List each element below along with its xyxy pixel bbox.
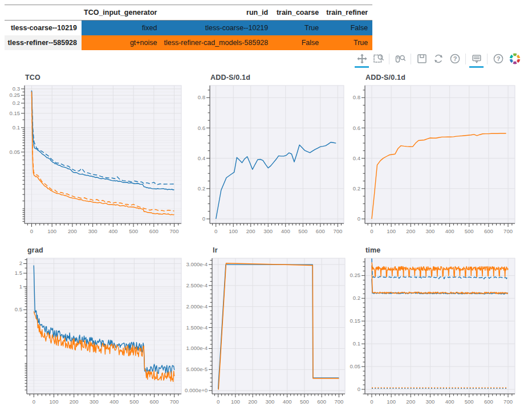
svg-text:0.25: 0.25 — [350, 272, 361, 278]
cell-run-id: tless-refiner-cad_models-585928 — [162, 35, 273, 50]
box-zoom-icon — [373, 53, 384, 64]
svg-text:300: 300 — [265, 398, 274, 405]
table-header-row: TCO_input_generator run_id train_coarse … — [5, 5, 372, 21]
svg-text:100: 100 — [387, 228, 396, 234]
svg-text:100: 100 — [229, 228, 238, 234]
svg-text:1.000e-4: 1.000e-4 — [186, 345, 208, 351]
row-index-label: tless-refiner--585928 — [5, 35, 82, 50]
time-plot-canvas[interactable]: 010020030040050060070000.050.10.150.20.2… — [344, 243, 532, 411]
svg-text:3.000e-4: 3.000e-4 — [186, 261, 208, 267]
svg-text:200: 200 — [406, 398, 415, 405]
svg-text:700: 700 — [503, 398, 513, 405]
pan-icon — [356, 53, 368, 64]
cell-input-generator: gt+noise — [82, 35, 162, 50]
help-2-tool-button[interactable]: ? — [490, 51, 506, 67]
toolbar-separator — [411, 54, 411, 64]
col-header-run-id: run_id — [162, 5, 273, 21]
box-zoom-tool-button[interactable] — [371, 51, 386, 67]
svg-text:200: 200 — [70, 398, 79, 405]
svg-text:0.4: 0.4 — [353, 155, 360, 161]
chart-grad: grad 010020030040050060070021.510.5 — [5, 243, 186, 411]
cell-train-coarse: True — [273, 21, 323, 36]
col-header-train-coarse: train_coarse — [273, 5, 323, 21]
svg-text:300: 300 — [90, 398, 99, 405]
svg-text:300: 300 — [425, 228, 434, 234]
svg-text:0.000e+0: 0.000e+0 — [185, 387, 208, 393]
table-row-coarse: tless-coarse--10219 fixed tless-coarse--… — [5, 21, 372, 36]
svg-text:2.000e-4: 2.000e-4 — [186, 303, 208, 310]
cell-input-generator: fixed — [82, 21, 162, 36]
lr-plot-canvas[interactable]: 01002003004005006007000.000e+05.000e-51.… — [182, 243, 361, 411]
svg-text:0: 0 — [30, 228, 33, 234]
svg-text:0.25: 0.25 — [10, 92, 21, 98]
svg-text:700: 700 — [503, 228, 513, 234]
svg-text:2: 2 — [19, 260, 22, 266]
toolbar-separator — [389, 54, 389, 64]
svg-text:?: ? — [496, 55, 500, 62]
index-header-cell — [5, 5, 82, 21]
svg-text:0.8: 0.8 — [353, 94, 360, 100]
svg-text:700: 700 — [333, 228, 342, 234]
svg-text:700: 700 — [334, 398, 343, 405]
svg-text:0: 0 — [202, 215, 205, 222]
svg-text:0.15: 0.15 — [350, 318, 361, 324]
svg-text:0.3: 0.3 — [13, 86, 20, 92]
bokeh-logo — [509, 52, 521, 65]
help-icon: ? — [493, 53, 504, 64]
help-tool-button[interactable]: ? — [447, 51, 462, 67]
hover-icon — [471, 53, 482, 64]
svg-text:700: 700 — [170, 398, 179, 405]
svg-text:0: 0 — [358, 215, 360, 222]
cell-run-id: tless-coarse--10219 — [162, 21, 273, 36]
help-icon: ? — [449, 53, 461, 64]
svg-text:1: 1 — [19, 283, 22, 290]
svg-text:500: 500 — [465, 398, 474, 405]
svg-text:0: 0 — [214, 228, 217, 234]
svg-text:0.1: 0.1 — [353, 340, 360, 347]
svg-text:1.5: 1.5 — [15, 270, 22, 276]
svg-text:400: 400 — [109, 398, 119, 405]
svg-text:300: 300 — [425, 398, 434, 405]
pan-tool-button[interactable] — [354, 51, 369, 67]
svg-text:500: 500 — [129, 398, 139, 405]
svg-text:600: 600 — [149, 228, 159, 234]
chart-lr: lr 01002003004005006007000.000e+05.000e-… — [182, 243, 361, 411]
svg-text:400: 400 — [445, 228, 454, 234]
svg-text:500: 500 — [300, 398, 309, 405]
chart-adds-refiner: ADD-S/0.1d 010020030040050060070000.20.4… — [344, 70, 532, 241]
svg-text:100: 100 — [231, 398, 240, 405]
svg-text:600: 600 — [317, 398, 326, 405]
svg-text:0.05: 0.05 — [350, 363, 361, 369]
svg-text:0.05: 0.05 — [10, 149, 21, 155]
svg-text:0: 0 — [370, 228, 373, 234]
svg-text:600: 600 — [150, 398, 159, 405]
svg-text:?: ? — [453, 55, 457, 62]
wheel-zoom-tool-button[interactable] — [392, 51, 408, 67]
cell-train-coarse: False — [273, 35, 323, 50]
svg-text:2.500e-4: 2.500e-4 — [186, 282, 208, 288]
svg-text:300: 300 — [88, 228, 98, 234]
reset-tool-button[interactable] — [431, 51, 446, 67]
svg-text:0.5: 0.5 — [15, 306, 22, 312]
bokeh-logo-button[interactable] — [507, 51, 522, 67]
svg-text:600: 600 — [316, 228, 325, 234]
svg-text:500: 500 — [298, 228, 307, 234]
svg-text:0.1: 0.1 — [13, 124, 20, 131]
hover-tool-button[interactable] — [469, 51, 484, 67]
adds-coarse-plot-canvas[interactable]: 010020030040050060070000.20.40.60.8 — [182, 70, 361, 241]
grad-plot-canvas[interactable]: 010020030040050060070021.510.5 — [5, 243, 186, 411]
svg-text:0: 0 — [33, 398, 35, 405]
svg-text:100: 100 — [387, 398, 396, 405]
svg-text:0.6: 0.6 — [353, 125, 360, 131]
chart-tco: TCO 01002003004005006007000.30.250.20.15… — [5, 70, 186, 241]
run-summary-table: TCO_input_generator run_id train_coarse … — [5, 5, 372, 50]
save-icon — [416, 53, 428, 64]
svg-text:0.2: 0.2 — [198, 185, 205, 192]
reset-icon — [433, 53, 444, 64]
chart-time: time 010020030040050060070000.050.10.150… — [344, 243, 532, 411]
adds-refiner-plot-canvas[interactable]: 010020030040050060070000.20.40.60.8 — [344, 70, 532, 241]
svg-text:0.6: 0.6 — [198, 125, 205, 131]
tco-plot-canvas[interactable]: 01002003004005006007000.30.250.20.150.10… — [5, 70, 186, 241]
chart-adds-coarse: ADD-S/0.1d 010020030040050060070000.20.4… — [182, 70, 361, 241]
save-tool-button[interactable] — [414, 51, 429, 67]
